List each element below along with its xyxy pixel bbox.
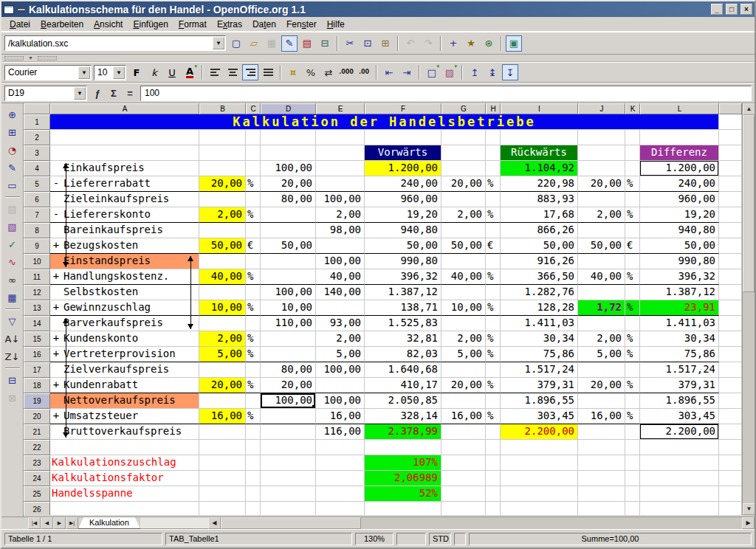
number-standard-button[interactable]: ⇄ <box>320 64 337 80</box>
cell-D4[interactable]: 100,00 <box>261 161 316 176</box>
status-empty-2[interactable] <box>454 533 466 545</box>
cell-J14[interactable] <box>578 316 625 331</box>
row-header-17[interactable]: 17 <box>24 362 50 378</box>
cell-E25[interactable] <box>316 486 365 502</box>
cell-F23[interactable]: 107% <box>365 455 441 471</box>
font-color-button[interactable]: A <box>182 64 198 80</box>
cell-H7[interactable]: % <box>486 207 501 223</box>
cell-B22[interactable] <box>199 440 246 455</box>
cell-D18[interactable]: 20,00 <box>261 378 316 393</box>
cell-K24[interactable] <box>625 471 640 486</box>
insert-cells-button[interactable]: ⊞ <box>4 124 21 140</box>
cell-sliver-16[interactable] <box>719 347 742 362</box>
cell-K8[interactable] <box>625 223 640 238</box>
cell-G26[interactable] <box>441 502 486 515</box>
cell-G12[interactable] <box>441 285 486 300</box>
italic-button[interactable]: k <box>146 64 162 80</box>
cell-C14[interactable] <box>246 316 261 331</box>
cell-A17[interactable]: Zielverkaufspreis <box>50 362 199 378</box>
cell-I19[interactable]: 1.896,55 <box>501 393 578 409</box>
cell-D19[interactable]: 100,00 <box>261 393 316 409</box>
copy-button[interactable]: ⊡ <box>360 35 376 52</box>
cell-L22[interactable] <box>640 440 719 455</box>
cell-F24[interactable]: 2,06989 <box>365 471 441 486</box>
align-middle-button[interactable]: ↨ <box>484 64 501 80</box>
cell-D23[interactable] <box>261 455 316 471</box>
cell-L15[interactable]: 30,34 <box>640 331 719 347</box>
cell-C26[interactable] <box>246 502 261 515</box>
cell-K26[interactable] <box>625 502 640 515</box>
cell-sliver-26[interactable] <box>719 502 742 515</box>
cell-H11[interactable]: % <box>486 269 501 285</box>
cell-sliver-21[interactable] <box>719 424 742 440</box>
row-header-24[interactable]: 24 <box>24 471 50 486</box>
toolbar-pin-handle[interactable] <box>38 56 57 61</box>
cell-G18[interactable]: 20,00 <box>441 378 486 393</box>
gallery-button[interactable]: ▣ <box>506 35 522 52</box>
cell-B2[interactable] <box>199 130 246 145</box>
cell-B5[interactable]: 20,00 <box>199 176 246 192</box>
cell-G16[interactable]: 5,00 <box>441 347 486 362</box>
cell-J18[interactable]: 20,00 <box>578 378 625 393</box>
cell-sliver-1[interactable] <box>719 114 742 130</box>
row-header-11[interactable]: 11 <box>24 269 50 285</box>
cell-L5[interactable]: 240,00 <box>640 176 719 192</box>
cell-F7[interactable]: 19,20 <box>365 207 441 223</box>
cell-sliver-11[interactable] <box>719 269 742 285</box>
cell-H20[interactable]: % <box>486 409 501 424</box>
cell-G20[interactable]: 16,00 <box>441 409 486 424</box>
cell-H26[interactable] <box>486 502 501 515</box>
cell-G5[interactable]: 20,00 <box>441 176 486 192</box>
cell-H14[interactable] <box>486 316 501 331</box>
cell-L19[interactable]: 1.896,55 <box>640 393 719 409</box>
column-header-E[interactable]: E <box>316 103 365 114</box>
scroll-up-button[interactable]: ▲ <box>743 103 755 115</box>
insert-button[interactable]: ⊕ <box>4 106 21 122</box>
cell-I21[interactable]: 2.200,00 <box>501 424 578 440</box>
row-header-23[interactable]: 23 <box>24 455 50 471</box>
cell-sliver-19[interactable] <box>719 393 742 409</box>
cell-D21[interactable] <box>261 424 316 440</box>
cell-K15[interactable]: % <box>625 331 640 347</box>
underline-button[interactable]: U <box>164 64 180 80</box>
cell-K22[interactable] <box>625 440 640 455</box>
cell-D12[interactable]: 100,00 <box>261 285 316 300</box>
background-color-button[interactable]: ▨ <box>441 64 458 80</box>
cell-sliver-7[interactable] <box>719 207 742 223</box>
cell-L24[interactable] <box>640 471 719 486</box>
cell-D25[interactable] <box>261 486 316 502</box>
cell-L25[interactable] <box>640 486 719 502</box>
cell-C25[interactable] <box>246 486 261 502</box>
cell-I5[interactable]: 220,98 <box>501 176 578 192</box>
cell-B21[interactable] <box>199 424 246 440</box>
cell-H16[interactable]: % <box>486 347 501 362</box>
cell-D20[interactable] <box>261 409 316 424</box>
cell-B12[interactable] <box>199 285 246 300</box>
menu-datei[interactable]: Datei <box>4 18 35 31</box>
cell-E7[interactable]: 2,00 <box>316 207 365 223</box>
cell-D14[interactable]: 110,00 <box>261 316 316 331</box>
cell-K13[interactable]: % <box>625 300 640 316</box>
sort-ascending-button[interactable]: A↓ <box>4 331 21 347</box>
cell-J25[interactable] <box>578 486 625 502</box>
cell-C21[interactable] <box>246 424 261 440</box>
cell-H22[interactable] <box>486 440 501 455</box>
row-header-7[interactable]: 7 <box>24 207 50 223</box>
cell-L13[interactable]: 23,91 <box>640 300 719 316</box>
cell-A5[interactable]: -Liefererrabatt <box>50 176 199 192</box>
cell-C20[interactable]: % <box>246 409 261 424</box>
row-header-2[interactable]: 2 <box>24 130 50 145</box>
cell-K9[interactable]: € <box>625 238 640 254</box>
status-insert-mode[interactable]: STD <box>429 533 451 545</box>
cell-B7[interactable]: 2,00 <box>199 207 246 223</box>
cell-K16[interactable]: % <box>625 347 640 362</box>
cell-E16[interactable]: 5,00 <box>316 347 365 362</box>
cell-L3[interactable]: Differenz <box>640 145 719 161</box>
cell-E8[interactable]: 98,00 <box>316 223 365 238</box>
cell-A25[interactable]: Handelsspanne <box>50 486 199 502</box>
cell-F15[interactable]: 32,81 <box>365 331 441 347</box>
draw-functions-button[interactable]: ✎ <box>4 159 21 176</box>
cell-D6[interactable]: 80,00 <box>261 192 316 207</box>
cell-C7[interactable]: % <box>246 207 261 223</box>
cell-B16[interactable]: 5,00 <box>199 347 246 362</box>
